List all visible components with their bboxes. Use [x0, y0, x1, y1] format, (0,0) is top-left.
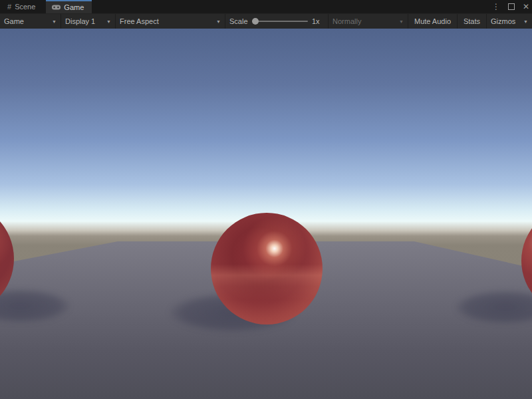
tab-scene-label: Scene	[15, 3, 35, 11]
mute-audio-label: Mute Audio	[414, 17, 451, 25]
scale-value: 1x	[312, 17, 324, 25]
chevron-down-icon: ▼	[394, 19, 404, 24]
tab-bar: # Scene Game ⋮ ✕	[0, 0, 532, 13]
window-controls: ⋮ ✕	[492, 0, 529, 13]
scale-label: Scale	[229, 17, 248, 25]
mute-audio-button[interactable]: Mute Audio	[408, 14, 458, 29]
chevron-down-icon: ▼	[47, 19, 57, 24]
stats-label: Stats	[464, 17, 480, 25]
view-popup-dropdown[interactable]: Game ▼	[0, 14, 61, 29]
chevron-down-icon: ▼	[101, 19, 111, 24]
gamepad-icon	[52, 5, 61, 10]
play-mode-label: Normally	[332, 17, 361, 25]
unity-game-window: # Scene Game ⋮ ✕ Game ▼ Display 1	[0, 0, 532, 399]
scene-grid-icon: #	[7, 3, 11, 11]
gizmos-label: Gizmos	[491, 17, 515, 25]
display-dropdown[interactable]: Display 1 ▼	[61, 14, 116, 29]
view-popup-label: Game	[4, 17, 24, 25]
maximize-icon[interactable]	[508, 3, 515, 10]
aspect-ratio-dropdown[interactable]: Free Aspect ▼	[116, 14, 225, 29]
close-icon[interactable]: ✕	[523, 3, 529, 11]
chevron-down-icon: ▼	[518, 19, 528, 24]
display-label: Display 1	[65, 17, 95, 25]
chevron-down-icon: ▼	[211, 19, 221, 24]
scale-slider-knob[interactable]	[252, 18, 259, 25]
play-mode-dropdown: Normally ▼	[329, 14, 408, 29]
tab-scene[interactable]: # Scene	[1, 0, 43, 13]
tab-game[interactable]: Game	[46, 0, 92, 13]
stats-button[interactable]: Stats	[458, 14, 487, 29]
game-viewport[interactable]	[0, 29, 532, 399]
game-view-toolbar: Game ▼ Display 1 ▼ Free Aspect ▼ Scale 1…	[0, 13, 532, 29]
gizmos-dropdown[interactable]: Gizmos ▼	[487, 14, 532, 29]
scale-control: Scale 1x	[225, 14, 329, 29]
red-sphere-center	[211, 213, 323, 325]
scale-slider-track	[252, 21, 308, 22]
kebab-menu-icon[interactable]: ⋮	[492, 3, 500, 11]
scale-slider[interactable]	[252, 14, 308, 29]
aspect-label: Free Aspect	[120, 17, 159, 25]
tab-game-label: Game	[64, 3, 84, 11]
